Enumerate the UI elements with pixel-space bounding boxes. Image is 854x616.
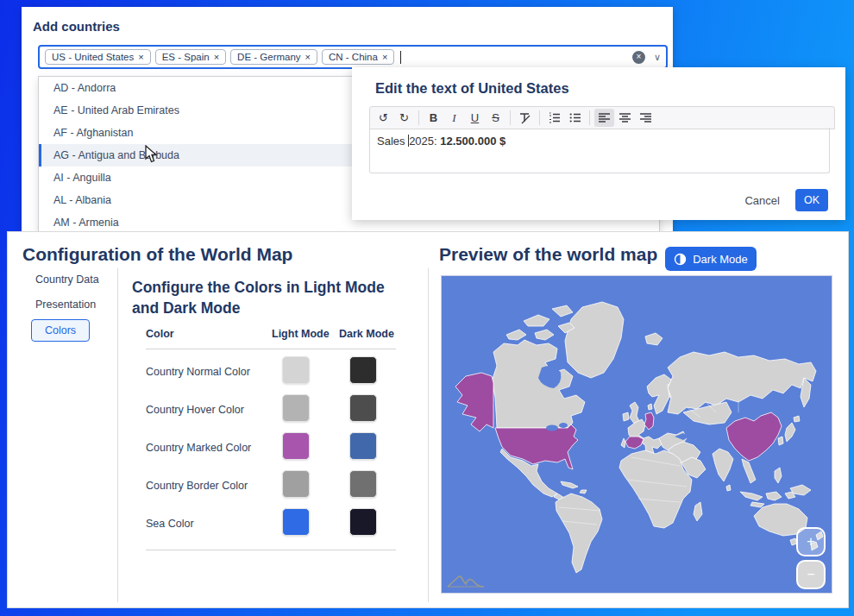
world-map[interactable]: + −: [441, 275, 832, 594]
add-countries-title: Add countries: [33, 19, 120, 34]
tag-remove-icon[interactable]: ×: [214, 52, 219, 62]
row-label: Sea Color: [146, 517, 272, 531]
map-logo-icon: [446, 572, 486, 589]
row-label: Country Hover Color: [146, 403, 272, 418]
divider: [117, 268, 118, 602]
light-color-swatch[interactable]: [282, 470, 310, 498]
zoom-in-button[interactable]: +: [796, 527, 826, 556]
ordered-list-icon[interactable]: [544, 109, 564, 127]
tab-country-data[interactable]: Country Data: [35, 273, 99, 286]
undo-icon[interactable]: ↺: [374, 109, 393, 127]
toolbar-separator: [510, 110, 511, 125]
row-label: Country Normal Color: [146, 365, 272, 380]
clear-format-icon[interactable]: [515, 109, 535, 127]
main-panel: Configuration of the World Map Country D…: [7, 231, 849, 608]
dark-mode-label: Dark Mode: [693, 253, 748, 266]
tab-colors-active[interactable]: Colors: [31, 319, 90, 342]
zoom-out-button[interactable]: −: [796, 560, 826, 589]
rich-text-editor[interactable]: Sales 2025: 12.500.000 $: [369, 128, 830, 173]
tag-remove-icon[interactable]: ×: [382, 52, 387, 62]
redo-icon[interactable]: ↻: [394, 109, 414, 127]
colors-section-title: Configure the Colors in Light Mode and D…: [132, 277, 395, 318]
editor-text: Sales: [377, 135, 408, 148]
preview-title: Preview of the world map: [439, 244, 657, 265]
table-row: Sea Color: [146, 505, 396, 543]
toolbar-separator: [539, 110, 540, 125]
dark-color-swatch[interactable]: [349, 432, 377, 460]
table-row: Country Marked Color: [146, 429, 396, 467]
tag-us[interactable]: US - United States ×: [45, 49, 151, 65]
col-header-color: Color: [146, 327, 272, 342]
tag-remove-icon[interactable]: ×: [138, 52, 143, 62]
light-color-swatch[interactable]: [282, 508, 310, 536]
tag-cn[interactable]: CN - China ×: [322, 49, 394, 65]
dark-color-swatch[interactable]: [349, 470, 377, 498]
color-table: Color Light Mode Dark Mode Country Norma…: [146, 327, 396, 550]
row-label: Country Border Color: [146, 479, 272, 493]
strikethrough-button[interactable]: S: [486, 109, 505, 127]
table-row: Country Normal Color: [146, 353, 396, 391]
bullet-list-icon[interactable]: [565, 109, 585, 127]
dark-color-swatch[interactable]: [349, 508, 377, 536]
rich-text-toolbar: ↺ ↻ B I U S: [369, 106, 835, 129]
edit-dialog-title: Edit the text of United States: [375, 80, 569, 97]
tag-label: ES - Spain: [162, 52, 210, 62]
screen: Add countries US - United States × ES - …: [0, 0, 854, 616]
light-color-swatch[interactable]: [282, 356, 310, 384]
tag-remove-icon[interactable]: ×: [305, 52, 311, 62]
col-header-dark: Dark Mode: [339, 327, 396, 342]
mouse-cursor: [145, 145, 159, 164]
tab-presentation[interactable]: Presentation: [35, 299, 96, 311]
chevron-down-icon[interactable]: ∨: [654, 52, 661, 63]
contrast-icon: [674, 253, 687, 266]
tag-de[interactable]: DE - Germany ×: [230, 49, 317, 65]
world-map-svg: [442, 276, 832, 593]
ok-button[interactable]: OK: [795, 189, 828, 211]
underline-button[interactable]: U: [465, 109, 485, 127]
editor-text: 2025:: [409, 135, 440, 148]
toolbar-separator: [589, 110, 590, 125]
light-color-swatch[interactable]: [282, 394, 310, 422]
divider: [428, 268, 429, 602]
table-row: Country Border Color: [146, 467, 396, 505]
italic-button[interactable]: I: [444, 109, 464, 127]
text-caret: [400, 51, 401, 64]
light-color-swatch[interactable]: [282, 432, 310, 460]
editor-text-bold: 12.500.000 $: [440, 135, 505, 148]
dark-color-swatch[interactable]: [349, 356, 377, 384]
tag-es[interactable]: ES - Spain ×: [155, 49, 226, 65]
tag-label: US - United States: [52, 52, 134, 62]
dark-color-swatch[interactable]: [349, 394, 377, 422]
toolbar-separator: [418, 110, 419, 125]
clear-all-icon[interactable]: ×: [632, 51, 645, 64]
country-multiselect-input[interactable]: US - United States × ES - Spain × DE - G…: [38, 45, 668, 69]
table-row: Country Hover Color: [146, 391, 396, 429]
dark-mode-button[interactable]: Dark Mode: [665, 247, 757, 271]
col-header-light: Light Mode: [272, 327, 339, 342]
align-center-icon[interactable]: [615, 109, 635, 127]
tag-label: CN - China: [329, 52, 378, 62]
row-label: Country Marked Color: [146, 441, 272, 456]
cancel-button[interactable]: Cancel: [744, 194, 779, 207]
align-right-icon[interactable]: [636, 109, 656, 127]
align-left-icon[interactable]: [594, 109, 614, 127]
color-table-header: Color Light Mode Dark Mode: [146, 327, 396, 349]
tag-label: DE - Germany: [237, 52, 301, 62]
bold-button[interactable]: B: [424, 109, 443, 127]
config-title: Configuration of the World Map: [22, 244, 292, 265]
edit-text-dialog: Edit the text of United States ↺ ↻ B I U…: [352, 67, 845, 220]
